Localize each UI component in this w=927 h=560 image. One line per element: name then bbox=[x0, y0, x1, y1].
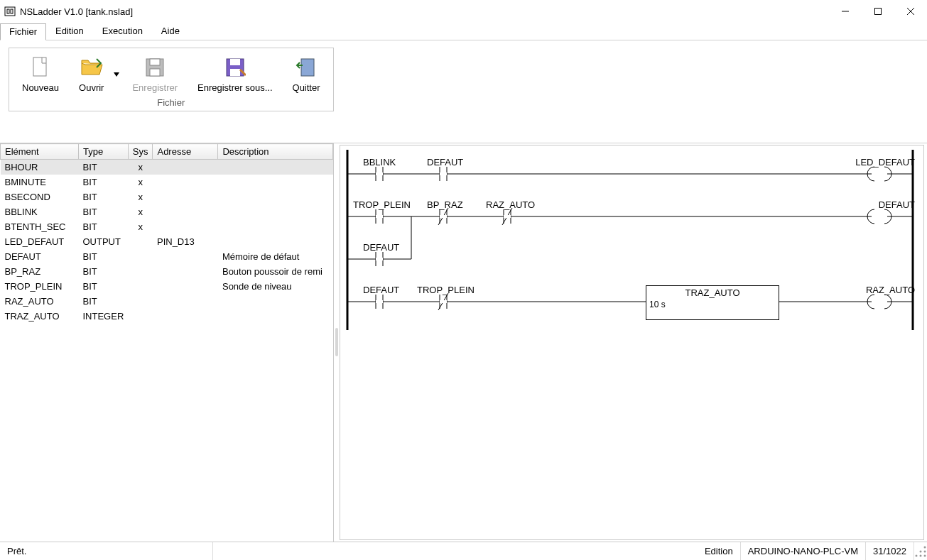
status-pos: 31/1022 bbox=[866, 542, 914, 560]
rung2-contact3-label: RAZ_AUTO bbox=[486, 199, 535, 210]
content-area: Elément Type Sys Adresse Description BHO… bbox=[0, 143, 927, 542]
col-description[interactable]: Description bbox=[218, 144, 333, 160]
table-row[interactable]: TRAZ_AUTOINTEGER bbox=[1, 309, 333, 324]
svg-point-55 bbox=[920, 554, 922, 556]
status-mode: Edition bbox=[698, 542, 741, 560]
timer-value: 10 s bbox=[649, 300, 776, 309]
splitter[interactable] bbox=[334, 143, 340, 542]
cell-description: Mémoire de défaut bbox=[218, 249, 333, 264]
rung3-contact1-label: DEFAUT bbox=[363, 285, 399, 295]
app-icon bbox=[4, 6, 16, 17]
cell-element: RAZ_AUTO bbox=[1, 294, 79, 309]
svg-point-56 bbox=[924, 550, 926, 552]
menubar: Fichier Edition Execution Aide bbox=[0, 23, 927, 40]
col-address[interactable]: Adresse bbox=[153, 144, 218, 160]
menu-tab-edition[interactable]: Edition bbox=[46, 23, 93, 40]
status-ready: Prêt. bbox=[0, 542, 213, 560]
cell-sys: x bbox=[128, 190, 153, 204]
table-row[interactable]: BTENTH_SECBITx bbox=[1, 219, 333, 234]
col-element[interactable]: Elément bbox=[1, 144, 79, 160]
cell-type: BIT bbox=[79, 219, 129, 234]
svg-rect-1 bbox=[7, 9, 9, 13]
table-row[interactable]: RAZ_AUTOBIT bbox=[1, 294, 333, 309]
cell-sys: x bbox=[128, 175, 153, 190]
svg-rect-33 bbox=[440, 215, 447, 218]
cell-address bbox=[153, 294, 218, 309]
rung2-coil-label: DEFAUT bbox=[879, 199, 915, 210]
ribbon-enregistrer[interactable]: Enregistrer bbox=[122, 51, 188, 96]
cell-type: BIT bbox=[79, 175, 129, 190]
cell-sys bbox=[128, 294, 153, 309]
resize-grip-icon[interactable] bbox=[914, 545, 927, 558]
svg-rect-29 bbox=[376, 215, 383, 218]
cell-sys bbox=[128, 249, 153, 264]
cell-address bbox=[153, 175, 218, 190]
cell-address: PIN_D13 bbox=[153, 234, 218, 249]
svg-rect-53 bbox=[872, 300, 887, 303]
cell-description bbox=[218, 190, 333, 204]
svg-rect-7 bbox=[33, 57, 46, 76]
cell-address bbox=[153, 160, 218, 175]
cell-type: BIT bbox=[79, 204, 129, 219]
ribbon-enregistrer-sous[interactable]: Enregistrer sous... bbox=[188, 51, 283, 96]
cell-sys: x bbox=[128, 160, 153, 175]
table-row[interactable]: BSECONDBITx bbox=[1, 190, 333, 204]
ribbon-ouvrir-dropdown[interactable] bbox=[114, 68, 122, 79]
cell-description bbox=[218, 234, 333, 249]
ribbon: Nouveau Ouvrir Enregistrer bbox=[0, 40, 927, 143]
minimize-button[interactable] bbox=[829, 0, 862, 23]
ribbon-quitter[interactable]: Quitter bbox=[283, 51, 330, 96]
col-type[interactable]: Type bbox=[79, 144, 129, 160]
table-row[interactable]: BMINUTEBITx bbox=[1, 175, 333, 190]
cell-type: BIT bbox=[79, 264, 129, 279]
timer-block[interactable]: TRAZ_AUTO 10 s bbox=[646, 285, 779, 320]
menu-tab-execution[interactable]: Execution bbox=[93, 23, 152, 40]
titlebar: NSLadder V1.0 [tank.nslad] bbox=[0, 0, 927, 23]
col-sys[interactable]: Sys bbox=[128, 144, 153, 160]
svg-rect-48 bbox=[376, 300, 383, 303]
table-row[interactable]: LED_DEFAUTOUTPUTPIN_D13 bbox=[1, 234, 333, 249]
cell-element: BP_RAZ bbox=[1, 264, 79, 279]
ribbon-nouveau[interactable]: Nouveau bbox=[12, 51, 69, 96]
cell-address bbox=[153, 190, 218, 204]
ladder-canvas[interactable]: BBLINK DEFAUT LED_DEFAUT TROP_PLEIN BP_R… bbox=[340, 145, 924, 540]
cell-type: OUTPUT bbox=[79, 234, 129, 249]
svg-rect-24 bbox=[440, 172, 447, 175]
close-button[interactable] bbox=[894, 0, 927, 23]
svg-rect-38 bbox=[872, 215, 887, 218]
cell-description bbox=[218, 294, 333, 309]
table-row[interactable]: DEFAUTBITMémoire de défaut bbox=[1, 249, 333, 264]
svg-rect-25 bbox=[872, 172, 887, 175]
cell-element: BHOUR bbox=[1, 160, 79, 175]
menu-tab-fichier[interactable]: Fichier bbox=[0, 23, 46, 40]
rung2-contact1-label: TROP_PLEIN bbox=[353, 199, 411, 210]
save-as-icon bbox=[224, 55, 246, 79]
rung2-branch-label: DEFAUT bbox=[363, 242, 399, 253]
rung1-coil-label: LED_DEFAUT bbox=[855, 157, 915, 168]
cell-element: TROP_PLEIN bbox=[1, 279, 79, 294]
svg-rect-4 bbox=[875, 9, 882, 15]
cell-type: BIT bbox=[79, 249, 129, 264]
save-icon bbox=[144, 55, 166, 79]
timer-name: TRAZ_AUTO bbox=[649, 287, 776, 298]
table-row[interactable]: TROP_PLEINBITSonde de niveau bbox=[1, 279, 333, 294]
table-row[interactable]: BBLINKBITx bbox=[1, 204, 333, 219]
cell-address bbox=[153, 279, 218, 294]
rung3-contact2-label: TROP_PLEIN bbox=[417, 285, 475, 295]
cell-element: DEFAUT bbox=[1, 249, 79, 264]
cell-sys bbox=[128, 309, 153, 324]
cell-element: BMINUTE bbox=[1, 175, 79, 190]
svg-rect-13 bbox=[230, 59, 240, 65]
quit-icon bbox=[296, 55, 317, 79]
table-row[interactable]: BP_RAZBITBouton poussoir de remi bbox=[1, 264, 333, 279]
ribbon-ouvrir[interactable]: Ouvrir bbox=[69, 51, 114, 96]
rung1-contact2-label: DEFAUT bbox=[427, 157, 463, 168]
cell-element: BSECOND bbox=[1, 190, 79, 204]
element-table[interactable]: Elément Type Sys Adresse Description BHO… bbox=[0, 143, 333, 324]
svg-rect-2 bbox=[11, 9, 13, 13]
maximize-button[interactable] bbox=[862, 0, 894, 23]
table-row[interactable]: BHOURBITx bbox=[1, 160, 333, 175]
svg-rect-43 bbox=[376, 258, 383, 260]
cell-sys: x bbox=[128, 219, 153, 234]
menu-tab-aide[interactable]: Aide bbox=[152, 23, 189, 40]
